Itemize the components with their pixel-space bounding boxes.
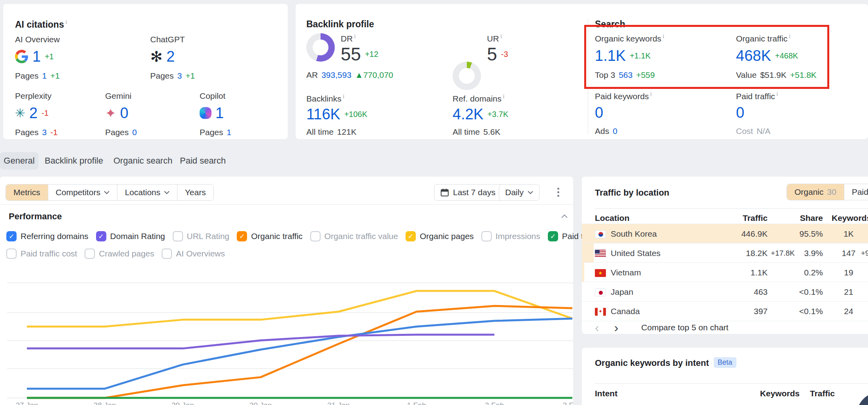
copilot-label: Copilot — [200, 91, 231, 101]
toggle-organic-pages[interactable]: ✓Organic pages — [406, 231, 474, 241]
collapse-chevron-icon[interactable] — [561, 214, 568, 218]
traffic-value: 463 — [700, 282, 768, 301]
pages-value[interactable]: 1 — [42, 71, 47, 81]
column-header-keywords[interactable]: Keywords — [748, 389, 800, 398]
column-header-location[interactable]: Location — [595, 213, 630, 223]
info-icon[interactable]: i — [343, 93, 344, 100]
ref-domains-value[interactable]: 4.2K — [453, 105, 483, 123]
chevron-down-icon — [104, 191, 109, 194]
info-icon[interactable]: i — [651, 91, 652, 97]
checkbox-checked-icon: ✓ — [96, 231, 106, 241]
toggle-organic-traffic-value[interactable]: Organic traffic value — [310, 231, 398, 241]
info-icon[interactable]: i — [354, 33, 355, 40]
paid-keywords-label: Paid keywordsi — [595, 91, 652, 101]
cost-label: Cost — [736, 126, 753, 136]
paid-tab[interactable]: Paid 0 — [844, 184, 868, 200]
backlinks-delta: +106K — [344, 110, 367, 119]
perplexity-label: Perplexity — [15, 91, 58, 101]
ar-delta: ▲770,070 — [355, 70, 393, 80]
paid-keywords-value[interactable]: 0 — [595, 104, 603, 122]
traffic-value: 397 — [700, 301, 768, 321]
organic-count: 30 — [827, 187, 836, 197]
ur-donut-chart — [453, 62, 481, 90]
organic-tab[interactable]: Organic 30 — [787, 184, 844, 200]
share-value: <0.1% — [779, 301, 823, 321]
toggle-url-rating[interactable]: URL Rating — [173, 231, 230, 241]
performance-line-chart[interactable]: 27 Jan28 Jan29 Jan30 Jan31 Jan1 Feb2 Feb… — [0, 249, 573, 405]
column-header-keywords[interactable]: Keywords — [832, 213, 868, 223]
location-name: South Korea — [611, 224, 657, 243]
paid-traffic-label: Paid traffici — [736, 91, 778, 101]
svg-text:28 Jan: 28 Jan — [94, 401, 116, 405]
svg-text:3 Feb: 3 Feb — [563, 401, 573, 405]
highlight-rectangle — [584, 25, 829, 89]
granularity-dropdown[interactable]: Daily — [499, 184, 540, 201]
pages-value[interactable]: 3 — [42, 128, 47, 137]
traffic-by-location-card: Traffic by location Organic 30 Paid 0 Lo… — [582, 177, 868, 334]
years-button[interactable]: Years — [177, 185, 213, 200]
table-top-rule — [595, 383, 868, 384]
alltime-value: 5.6K — [483, 127, 500, 137]
toggle-impressions[interactable]: Impressions — [481, 231, 540, 241]
copilot-value[interactable]: 1 — [215, 104, 224, 122]
tab-backlink-profile[interactable]: Backlink profile — [45, 152, 103, 170]
location-name: Vietnam — [611, 263, 641, 282]
info-icon[interactable]: i — [500, 33, 502, 40]
table-row[interactable]: ★ Vietnam 1.1K 0.2% 19 — [582, 262, 868, 282]
table-row[interactable]: ✦ Canada 397 <0.1% 24 — [582, 301, 868, 321]
ur-delta: -3 — [501, 50, 508, 59]
backlinks-value[interactable]: 116K — [306, 105, 340, 123]
info-icon[interactable]: i — [777, 91, 778, 97]
ai-overview-delta: +1 — [45, 52, 54, 61]
chatgpt-value[interactable]: 2 — [166, 47, 175, 66]
tab-general[interactable]: General — [0, 152, 38, 170]
ref-domains-delta: +3.7K — [487, 110, 508, 119]
perplexity-value[interactable]: 2 — [29, 104, 38, 122]
traffic-value: 1.1K — [700, 263, 768, 282]
filter-divider — [0, 204, 573, 205]
google-icon — [15, 50, 28, 63]
keywords-link[interactable]: 24 — [835, 301, 862, 321]
ai-citations-card: AI citationsi AI Overview 1 +1 Pages 1 +… — [3, 4, 288, 139]
compare-top5-link[interactable]: Compare top 5 on chart — [641, 323, 728, 332]
column-header-traffic[interactable]: Traffic — [720, 213, 768, 223]
info-icon[interactable]: i — [66, 19, 67, 25]
copilot-block: Copilot 1 Pages 1 — [200, 91, 231, 137]
competitors-dropdown[interactable]: Competitors — [48, 185, 117, 200]
toggle-referring-domains[interactable]: ✓Referring domains — [6, 231, 89, 241]
column-header-share[interactable]: Share — [779, 213, 823, 223]
gemini-value[interactable]: 0 — [120, 104, 128, 122]
share-bar — [582, 263, 584, 282]
ai-overview-label: AI Overview — [15, 35, 60, 44]
pages-label: Pages — [15, 128, 39, 137]
keywords-link[interactable]: 19 — [835, 263, 862, 282]
pages-delta: +1 — [185, 71, 195, 81]
column-header-traffic[interactable]: Traffic — [807, 389, 835, 398]
table-row[interactable]: United States 18.2K +17.8K 3.9% 147 +92 — [582, 243, 868, 263]
paid-traffic-value[interactable]: 0 — [736, 104, 744, 122]
keywords-link[interactable]: 21 — [835, 282, 862, 301]
tab-paid-search[interactable]: Paid search — [180, 152, 226, 170]
keywords-delta: +92 — [861, 243, 868, 263]
info-icon[interactable]: i — [503, 93, 504, 100]
chatgpt-icon: ✻ — [150, 49, 162, 64]
keywords-link[interactable]: 147 — [835, 243, 862, 263]
toggle-organic-traffic[interactable]: ✓Organic traffic — [237, 231, 302, 241]
more-options-button[interactable] — [555, 185, 562, 199]
toggle-domain-rating[interactable]: ✓Domain Rating — [96, 231, 165, 241]
column-header-intent[interactable]: Intent — [595, 389, 617, 398]
metrics-button[interactable]: Metrics — [6, 185, 48, 200]
pages-value[interactable]: 3 — [177, 71, 182, 81]
pages-value[interactable]: 1 — [227, 128, 232, 137]
table-row[interactable]: South Korea 446.9K 95.5% 1K — [582, 224, 868, 243]
pages-value[interactable]: 0 — [132, 128, 137, 137]
keywords-link[interactable]: 1K — [835, 224, 862, 243]
ar-value[interactable]: 393,593 — [321, 70, 351, 80]
locations-dropdown[interactable]: Locations — [117, 185, 177, 200]
ai-overview-value[interactable]: 1 — [32, 47, 41, 66]
prev-page-arrow[interactable]: ‹ — [595, 322, 599, 333]
ads-value[interactable]: 0 — [613, 126, 617, 136]
tab-organic-search[interactable]: Organic search — [113, 152, 172, 170]
next-page-arrow[interactable]: › — [614, 322, 619, 333]
table-row[interactable]: Japan 463 <0.1% 21 — [582, 282, 868, 301]
